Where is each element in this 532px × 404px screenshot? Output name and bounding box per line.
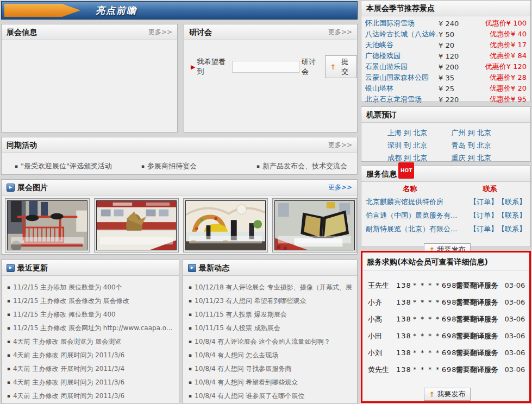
spot-discount: 优惠价¥ 28 xyxy=(470,73,527,83)
flight-link[interactable]: 广州 到 北京 xyxy=(452,127,516,138)
spot-price: ¥ 35 xyxy=(439,74,470,82)
update-item: ▪11/2/15 主办添加 展位数量为 400个 xyxy=(7,281,174,294)
scenic-spot-row: 北京石京龙滑雪场¥ 220优惠价¥ 95 xyxy=(361,94,530,105)
play-icon: ▶ xyxy=(7,184,15,192)
exhibition-info-title: 展会信息 xyxy=(7,24,37,40)
service-name-link[interactable]: 北京麒麟宾馆提供特价房 xyxy=(366,195,466,209)
spot-discount: 优惠价¥ 17 xyxy=(470,40,527,50)
bullet-icon: ▪ xyxy=(189,393,192,399)
scenic-spot-link[interactable]: 云蒙山国家森林公园 xyxy=(365,73,439,83)
bullet-icon: ▪ xyxy=(7,325,10,331)
spot-price: ¥ 20 xyxy=(439,41,470,49)
scenic-spot-link[interactable]: 怀北国际滑雪场 xyxy=(365,18,439,28)
service-table-header: 名称 联系 xyxy=(361,182,530,195)
service-row: 耐斯特展览（北京）有限公...【订单】【联系】 xyxy=(361,222,530,236)
request-date: 03-06 xyxy=(505,294,526,311)
request-row: 小齐138＊＊＊＊6985需要翻译服务03-06 xyxy=(368,294,526,311)
indoor-playground-photo[interactable] xyxy=(183,198,268,252)
requester-name: 王先生 xyxy=(368,277,396,294)
seminar-submit-button[interactable]: ↑ 提交 xyxy=(325,55,357,78)
bullet-icon: ▪ xyxy=(7,298,10,304)
scenic-spot-link[interactable]: 天池峡谷 xyxy=(365,40,439,50)
contact-link[interactable]: 【联系】 xyxy=(498,198,526,206)
request-row: 小刘138＊＊＊＊6985需要翻译服务03-06 xyxy=(368,344,526,361)
request-date: 03-06 xyxy=(505,344,526,361)
bullet-icon: ▪ xyxy=(189,325,192,331)
publish-request-button[interactable]: ↑ 我要发布 xyxy=(424,388,471,401)
tandem-bike-photo[interactable] xyxy=(5,198,90,252)
activity-item: ▪"最受欢迎展位"评选颁奖活动 xyxy=(15,161,141,171)
up-arrow-icon: ↑ xyxy=(330,63,336,71)
spot-price: ¥ 120 xyxy=(439,52,470,60)
recent-updates-title: 最近更新 xyxy=(17,260,48,275)
scenic-spot-row: 云蒙山国家森林公园¥ 35优惠价¥ 28 xyxy=(361,72,530,83)
flight-link[interactable]: 青岛 到 北京 xyxy=(452,140,516,151)
news-item: ▪10/11/23 有人想问 希望看到哪些观众 xyxy=(189,294,353,308)
scenic-spot-link[interactable]: 北京石京龙滑雪场 xyxy=(365,94,439,104)
update-item: ▪4天前 主办修改 闭展时间为 2011/3/6 xyxy=(7,389,174,403)
news-item: ▪10/8/4 有人想问 谁参展了在哪个展位 xyxy=(189,389,353,403)
spot-discount: 优惠价¥ 120 xyxy=(470,62,527,72)
service-info-panel: 服务信息 HOT 名称 联系 北京麒麟宾馆提供特价房【订单】【联系】 伯言通（中… xyxy=(361,166,531,247)
news-item: ▪10/11/15 有人投票 成熟展会 xyxy=(189,321,353,335)
update-item: ▪11/2/15 主办修改 展会修改为 展会修改 xyxy=(7,294,174,308)
bullet-icon: ▪ xyxy=(189,298,192,304)
flight-link[interactable]: 上海 到 北京 xyxy=(387,127,452,138)
seminar-topic-input[interactable] xyxy=(232,61,299,73)
spot-discount: 优惠价¥ 95 xyxy=(470,94,527,104)
scenic-spot-row: 石景山游乐园¥ 200优惠价¥ 120 xyxy=(361,61,530,72)
concurrent-more-link[interactable]: 更多>> xyxy=(328,137,352,153)
bullet-icon: ▪ xyxy=(7,312,10,317)
bullet-icon: ▪ xyxy=(189,312,192,317)
latest-news-title: 最新动态 xyxy=(199,260,229,275)
activity-item: ▪新产品发布会、技术交流会 xyxy=(256,161,347,171)
bullet-icon: ▪ xyxy=(7,380,10,385)
service-row: 伯言通（中国）展览服务有...【订单】【联系】 xyxy=(361,209,530,222)
news-item: ▪10/8/4 有人想问 寻找参展服务商 xyxy=(189,362,353,376)
requester-name: 黄先生 xyxy=(368,361,396,378)
order-link[interactable]: 【订单】 xyxy=(470,198,498,206)
news-item: ▪10/12/18 有人评论展会 专业摄影、摄像（开幕式、展 xyxy=(189,281,353,294)
scenic-spot-link[interactable]: 八达岭古长城（八达岭... xyxy=(365,29,439,39)
service-name-link[interactable]: 耐斯特展览（北京）有限公... xyxy=(366,222,466,236)
play-icon: ▶ xyxy=(188,264,196,272)
seminar-more-link[interactable]: 更多>> xyxy=(328,24,352,40)
request-row: 王先生138＊＊＊＊6985需要翻译服务03-06 xyxy=(368,277,526,294)
exhibition-info-more-link[interactable]: 更多>> xyxy=(148,24,172,40)
request-row: 小高138＊＊＊＊6985需要翻译服务03-06 xyxy=(368,311,526,327)
seminar-title: 研讨会 xyxy=(189,24,212,40)
update-item: ▪4天前 主办修改 闭展时间为 2011/3/6 xyxy=(7,376,174,389)
spot-discount: 优惠价¥ 100 xyxy=(470,18,527,28)
order-link[interactable]: 【订单】 xyxy=(470,225,498,233)
bullet-icon: ▪ xyxy=(189,352,192,358)
requester-phone: 138＊＊＊＊6985 xyxy=(396,344,456,361)
brochure-stand-photo[interactable] xyxy=(272,198,357,252)
service-col-contact: 联系 xyxy=(454,184,526,194)
request-date: 03-06 xyxy=(505,327,526,344)
scenic-spot-link[interactable]: 石景山游乐园 xyxy=(365,62,439,72)
scenic-spot-link[interactable]: 银山塔林 xyxy=(365,84,439,93)
scenic-spot-link[interactable]: 广德楼戏园 xyxy=(365,51,439,61)
contact-link[interactable]: 【联系】 xyxy=(498,211,526,219)
service-name-link[interactable]: 伯言通（中国）展览服务有... xyxy=(366,209,466,222)
dragon-booth-photo[interactable] xyxy=(94,198,179,252)
request-need: 需要翻译服务 xyxy=(456,327,505,344)
spot-price: ¥ 200 xyxy=(439,63,470,71)
flight-booking-panel: 机票预订 上海 到 北京 广州 到 北京 深圳 到 北京 青岛 到 北京 成都 … xyxy=(361,106,531,162)
highlights-banner: 亮点前瞻 xyxy=(1,1,358,20)
order-link[interactable]: 【订单】 xyxy=(470,211,498,219)
flight-link[interactable]: 深圳 到 北京 xyxy=(387,140,452,151)
service-col-name: 名称 xyxy=(366,184,454,194)
exhibition-photos-panel: ▶ 展会图片 更多>> xyxy=(1,179,358,255)
update-item: ▪4天前 主办修改 闭展时间为 2011/3/6 xyxy=(7,349,174,362)
seminar-suffix-label: 研讨会 xyxy=(302,57,322,77)
activity-item: ▪参展商招待宴会 xyxy=(141,161,256,171)
photos-more-link[interactable]: 更多>> xyxy=(328,180,352,195)
contact-link[interactable]: 【联系】 xyxy=(498,225,526,233)
flight-link[interactable]: 重庆 到 北京 xyxy=(452,152,516,163)
requester-phone: 138＊＊＊＊6985 xyxy=(396,277,456,294)
seminar-wish-label: 我希望看到 xyxy=(197,57,231,77)
update-item: ▪11/2/15 主办修改 摊位数量为 400 xyxy=(7,308,174,321)
flight-link[interactable]: 成都 到 北京 xyxy=(387,152,452,163)
scenic-spot-row: 银山塔林¥ 25优惠价¥ 20 xyxy=(361,83,530,94)
